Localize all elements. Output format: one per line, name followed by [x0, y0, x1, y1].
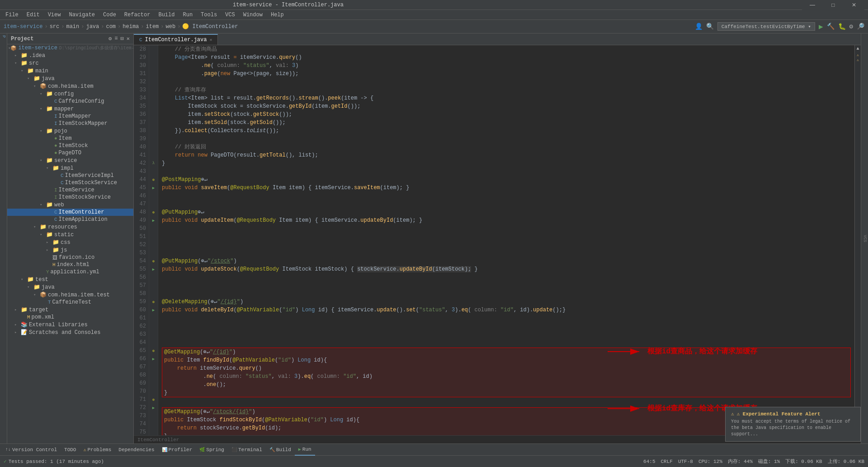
tree-item-external-libs[interactable]: ▸ 📚 External Libraries — [7, 321, 133, 329]
minimize-button[interactable]: — — [802, 0, 823, 10]
notification-popup[interactable]: ⚠ ⚠ Experimental Feature Alert You must … — [725, 407, 861, 442]
tree-item-item-mapper[interactable]: I ItemMapper — [7, 113, 133, 120]
run-config-selector[interactable]: CaffeineTest.testEvictByTime ▾ — [717, 22, 815, 31]
menu-run[interactable]: Run — [179, 11, 196, 19]
spring-tab[interactable]: 🌿Spring — [196, 444, 228, 456]
settings-icon[interactable]: ⚙ — [849, 23, 853, 30]
search-everywhere-icon[interactable]: 🔎 — [857, 23, 864, 30]
tree-item-item-application[interactable]: C ItemApplication — [7, 216, 133, 223]
tree-item-scratches[interactable]: ▸ 📝 Scratches and Consoles — [7, 329, 133, 336]
menu-tools[interactable]: Tools — [197, 11, 221, 19]
tree-item-item-stock[interactable]: ● ItemStock — [7, 142, 133, 149]
tree-item-config[interactable]: ▾ 📁 config — [7, 90, 133, 98]
vcs-label[interactable]: VCS — [863, 235, 867, 242]
code-content[interactable]: // 分页查询商品 Page<Item> result = itemServic… — [158, 45, 854, 435]
tree-item-caffeine-test[interactable]: T CaffeineTest — [7, 299, 133, 306]
nav-controller[interactable]: 🟡 ItemController — [182, 23, 238, 30]
tree-item-application-yml[interactable]: Y application.yml — [7, 268, 133, 276]
project-sidebar: Project ⚙ ≡ ⊟ ✕ ▾ 📦 item-service D:\spri… — [7, 33, 134, 443]
project-icon[interactable]: P — [1, 35, 6, 38]
status-encoding[interactable]: UTF-8 — [678, 459, 693, 464]
menu-build[interactable]: Build — [155, 11, 178, 19]
tree-item-pojo[interactable]: ▾ 📁 pojo — [7, 127, 133, 135]
code-line-53 — [162, 249, 851, 257]
debug-button[interactable]: 🐛 — [838, 23, 846, 30]
sidebar-collapse-icon[interactable]: ≡ — [114, 35, 118, 42]
nav-item[interactable]: item — [146, 24, 159, 30]
tree-item-css[interactable]: ▸ 📁 css — [7, 238, 133, 246]
version-control-tab[interactable]: ↑↓Version Control — [2, 444, 61, 456]
menu-vcs[interactable]: VCS — [222, 11, 239, 19]
nav-main[interactable]: main — [66, 24, 79, 30]
sidebar-gear-icon[interactable]: ⚙ — [108, 35, 112, 42]
tree-item-pom-xml[interactable]: M pom.xml — [7, 314, 133, 321]
window-controls[interactable]: — □ ✕ — [802, 0, 864, 10]
sidebar-close-icon[interactable]: ✕ — [127, 35, 130, 42]
maximize-button[interactable]: □ — [823, 0, 844, 10]
dependencies-tab[interactable]: Dependencies — [115, 444, 158, 456]
tree-item-java[interactable]: ▾ 📁 java — [7, 75, 133, 82]
nav-heima[interactable]: heima — [123, 24, 139, 30]
run-button[interactable]: ▶ — [819, 22, 823, 31]
menu-window[interactable]: Window — [240, 11, 266, 19]
problems-tab[interactable]: ⚠Problems — [80, 444, 115, 456]
nav-src[interactable]: src — [50, 24, 60, 30]
tree-item-page-dto[interactable]: ● PageDTO — [7, 149, 133, 157]
tree-item-index-html[interactable]: H index.html — [7, 261, 133, 268]
tree-item-favicon[interactable]: 🖼 favicon.ico — [7, 254, 133, 261]
tree-item-item-controller[interactable]: C ItemController — [7, 209, 133, 216]
tree-item-item-service[interactable]: ▾ 📦 item-service D:\springcloud\多级缓存\ite… — [7, 44, 133, 52]
status-line-col[interactable]: 64:5 — [643, 459, 655, 464]
code-line-52 — [162, 241, 851, 249]
run-tab[interactable]: ▶Run — [295, 444, 315, 456]
menu-navigate[interactable]: Navigate — [65, 11, 99, 19]
menu-file[interactable]: File — [2, 11, 22, 19]
tree-item-idea[interactable]: ▸ 📁 .idea — [7, 52, 133, 59]
todo-tab[interactable]: TODO — [61, 444, 80, 456]
status-crlf[interactable]: CRLF — [661, 459, 673, 464]
tree-item-test[interactable]: ▾ 📁 test — [7, 276, 133, 283]
menu-help[interactable]: Help — [267, 11, 288, 19]
nav-web[interactable]: web — [166, 24, 176, 30]
tree-item-js[interactable]: ▸ 📁 js — [7, 246, 133, 254]
tab-close-icon[interactable]: ✕ — [209, 37, 212, 43]
tree-item-item-service-impl[interactable]: C ItemServiceImpl — [7, 172, 133, 179]
menu-edit[interactable]: Edit — [23, 11, 43, 19]
tree-item-caffeine-config[interactable]: C CaffeineConfig — [7, 98, 133, 105]
tree-item-static[interactable]: ▾ 📁 static — [7, 231, 133, 238]
tree-item-item-stock-service-impl[interactable]: C ItemStockService — [7, 179, 133, 186]
tree-item-item-stock-service-if[interactable]: I ItemStockService — [7, 194, 133, 201]
tree-item-com-heima-item[interactable]: ▾ 📦 com.heima.item — [7, 82, 133, 90]
close-button[interactable]: ✕ — [844, 0, 864, 10]
build-tab[interactable]: 🔨Build — [266, 444, 295, 456]
nav-item-service[interactable]: item-service — [4, 24, 42, 30]
search-nav-icon[interactable]: 🔍 — [706, 23, 714, 30]
tree-item-service[interactable]: ▾ 📁 service — [7, 157, 133, 164]
build-button[interactable]: 🔨 — [827, 23, 835, 30]
tree-item-target[interactable]: ▸ 📁 target — [7, 306, 133, 314]
tree-item-test-java[interactable]: ▾ 📁 java — [7, 283, 133, 291]
menu-refactor[interactable]: Refactor — [121, 11, 154, 19]
tree-item-item-stock-mapper[interactable]: I ItemStockMapper — [7, 120, 133, 127]
tree-item-item-class[interactable]: ● Item — [7, 135, 133, 142]
code-editor[interactable]: 2829303132 3334353637 3839404142 4344454… — [134, 45, 861, 435]
terminal-tab[interactable]: ⬛Terminal — [228, 444, 266, 456]
tree-item-resources[interactable]: ▾ 📁 resources — [7, 223, 133, 231]
nav-com[interactable]: com — [106, 24, 116, 30]
tree-item-impl[interactable]: ▾ 📁 impl — [7, 164, 133, 172]
tree-item-com-heima-item-test[interactable]: ▾ 📦 com.heima.item.test — [7, 291, 133, 299]
tree-item-web[interactable]: ▾ 📁 web — [7, 201, 133, 209]
code-line-46 — [162, 192, 851, 200]
code-line-34: List<Item> list = result.getRecords().st… — [162, 94, 851, 102]
profile-icon[interactable]: 👤 — [695, 23, 703, 30]
profiler-tab[interactable]: 📊Profiler — [158, 444, 196, 456]
menu-code[interactable]: Code — [99, 11, 120, 19]
nav-java[interactable]: java — [86, 24, 99, 30]
sidebar-settings-icon[interactable]: ⊟ — [121, 35, 124, 42]
tree-item-item-service-if[interactable]: I ItemService — [7, 186, 133, 194]
tab-item-controller[interactable]: C ItemController.java ✕ — [134, 34, 218, 45]
menu-view[interactable]: View — [44, 11, 65, 19]
tree-item-mapper[interactable]: ▾ 📁 mapper — [7, 105, 133, 113]
tree-item-main[interactable]: ▾ 📁 main — [7, 67, 133, 75]
tree-item-src[interactable]: ▾ 📁 src — [7, 59, 133, 67]
